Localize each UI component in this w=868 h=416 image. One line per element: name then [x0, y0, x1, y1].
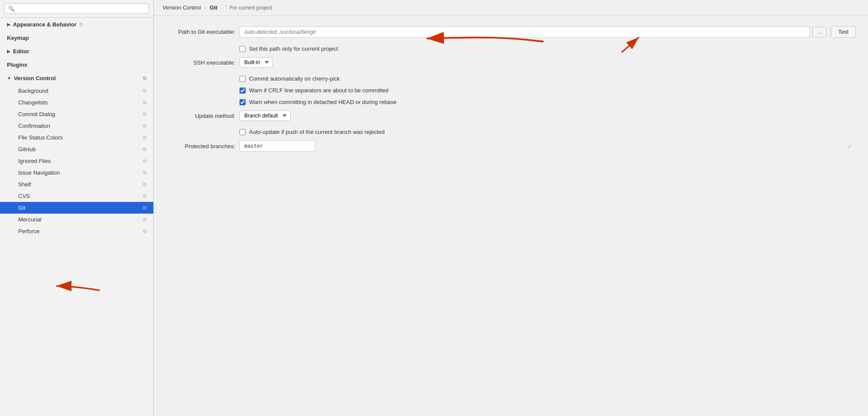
auto-update-row: Auto-update if push of the current branc…: [166, 129, 856, 135]
sidebar-item-shelf[interactable]: Shelf ⧉: [0, 179, 153, 190]
path-input-wrap: ...: [240, 26, 826, 38]
path-label: Path to Git executable:: [166, 29, 235, 35]
sidebar-item-git[interactable]: Git ⧉: [0, 202, 153, 214]
auto-update-label: Auto-update if push of the current branc…: [249, 129, 385, 135]
copy-icon: ⧉: [79, 22, 85, 28]
warn-detached-checkbox[interactable]: [240, 99, 246, 105]
detached-head-row: Warn when committing in detached HEAD or…: [166, 99, 856, 105]
sidebar-item-label: Mercurial: [18, 216, 41, 223]
breadcrumb-current: Git: [210, 4, 217, 11]
warn-crlf-label: Warn if CRLF line separators are about t…: [249, 87, 389, 94]
settings-content: Path to Git executable: ... Test Set thi…: [154, 16, 868, 416]
settings-sidebar: ▶ Appearance & Behavior ⧉ Keymap ▶ Edito…: [0, 0, 154, 416]
path-input[interactable]: [240, 26, 810, 38]
sidebar-item-commit-dialog[interactable]: Commit Dialog ⧉: [0, 108, 153, 120]
sidebar-item-label: Shelf: [18, 181, 31, 188]
sidebar-item-label: Git: [18, 205, 26, 211]
breadcrumb-project: 📄 For current project: [221, 5, 272, 11]
sidebar-item-changelists[interactable]: Changelists ⧉: [0, 97, 153, 108]
sidebar-item-file-status-colors[interactable]: File Status Colors ⧉: [0, 132, 153, 143]
copy-icon: ⧉: [143, 158, 146, 164]
sidebar-item-label: Appearance & Behavior: [13, 21, 77, 28]
project-icon: 📄: [221, 5, 227, 11]
browse-button[interactable]: ...: [813, 27, 826, 37]
protected-branches-input[interactable]: [240, 140, 315, 152]
copy-icon: ⧉: [143, 123, 146, 129]
sidebar-item-label: Commit Dialog: [18, 111, 55, 117]
copy-icon: ⧉: [143, 75, 146, 81]
cherry-pick-label: Commit automatically on cherry-pick: [249, 75, 340, 82]
copy-icon: ⧉: [143, 100, 146, 105]
copy-icon: ⧉: [143, 182, 146, 187]
sidebar-item-plugins[interactable]: Plugins: [0, 58, 153, 72]
copy-icon: ⧉: [143, 193, 146, 199]
copy-icon: ⧉: [143, 111, 146, 117]
sidebar-item-label: Background: [18, 88, 48, 94]
sidebar-item-confirmation[interactable]: Confirmation ⧉: [0, 120, 153, 132]
breadcrumb-separator: ›: [204, 5, 206, 11]
sidebar-item-mercurial[interactable]: Mercurial ⧉: [0, 214, 153, 225]
protected-branches-label: Protected branches:: [166, 143, 235, 150]
sidebar-item-background[interactable]: Background ⧉: [0, 85, 153, 97]
sidebar-item-github[interactable]: GitHub ⧉: [0, 143, 153, 155]
sidebar-item-version-control[interactable]: ▼ Version Control ⧉: [0, 72, 153, 85]
sidebar-item-label: Issue Navigation: [18, 169, 60, 176]
crlf-row: Warn if CRLF line separators are about t…: [166, 87, 856, 94]
protected-branches-row: Protected branches: ⤢: [166, 140, 856, 152]
ssh-row: SSH executable: Built-in Native: [166, 57, 856, 68]
sidebar-item-label: GitHub: [18, 146, 36, 153]
sidebar-item-perforce[interactable]: Perforce ⧉: [0, 225, 153, 237]
search-input[interactable]: [4, 3, 149, 14]
copy-icon: ⧉: [143, 170, 146, 176]
sidebar-item-label: File Status Colors: [18, 134, 63, 141]
sidebar-item-label: Keymap: [7, 35, 29, 41]
update-method-row: Update method: Branch default Merge Reba…: [166, 110, 856, 121]
warn-crlf-checkbox[interactable]: [240, 88, 246, 94]
expand-arrow-icon: ▶: [7, 49, 10, 54]
copy-icon: ⧉: [143, 135, 146, 140]
update-method-select[interactable]: Branch default Merge Rebase: [240, 110, 291, 121]
update-method-label: Update method:: [166, 113, 235, 119]
sidebar-item-label: Changelists: [18, 99, 48, 106]
search-bar[interactable]: [0, 0, 153, 18]
ssh-select[interactable]: Built-in Native: [240, 57, 273, 68]
warn-detached-label: Warn when committing in detached HEAD or…: [249, 99, 397, 105]
expand-arrow-icon: ▶: [7, 22, 10, 27]
auto-update-checkbox[interactable]: [240, 129, 246, 135]
sidebar-item-label: Confirmation: [18, 123, 50, 129]
breadcrumb: Version Control › Git 📄 For current proj…: [154, 0, 868, 16]
set-path-checkbox[interactable]: [240, 46, 246, 52]
sidebar-item-cvs[interactable]: CVS ⧉: [0, 190, 153, 202]
copy-icon: ⧉: [143, 228, 146, 234]
sidebar-item-ignored-files[interactable]: Ignored Files ⧉: [0, 155, 153, 167]
sidebar-item-editor[interactable]: ▶ Editor: [0, 45, 153, 58]
cherry-pick-row: Commit automatically on cherry-pick: [166, 75, 856, 82]
sidebar-item-label: Editor: [13, 48, 29, 55]
copy-icon: ⧉: [143, 88, 146, 94]
project-label: For current project: [230, 5, 272, 11]
protected-branches-wrap: ⤢: [240, 140, 856, 152]
sidebar-item-label: Version Control: [14, 75, 56, 81]
breadcrumb-parent: Version Control: [162, 4, 201, 11]
ssh-label: SSH executable:: [166, 59, 235, 66]
copy-icon: ⧉: [143, 146, 146, 152]
copy-icon: ⧉: [143, 217, 146, 222]
main-content: Version Control › Git 📄 For current proj…: [154, 0, 868, 416]
sidebar-item-appearance[interactable]: ▶ Appearance & Behavior ⧉: [0, 18, 153, 31]
copy-icon: ⧉: [143, 205, 146, 211]
set-path-label: Set this path only for current project: [249, 46, 338, 52]
expand-icon: ⤢: [848, 143, 852, 149]
sidebar-item-label: CVS: [18, 193, 30, 199]
sidebar-item-label: Perforce: [18, 228, 39, 234]
sidebar-item-issue-navigation[interactable]: Issue Navigation ⧉: [0, 167, 153, 179]
expand-arrow-icon: ▼: [7, 76, 11, 81]
cherry-pick-checkbox[interactable]: [240, 76, 246, 82]
test-button[interactable]: Test: [831, 26, 856, 38]
sidebar-item-label: Plugins: [7, 62, 27, 68]
sidebar-item-keymap[interactable]: Keymap: [0, 31, 153, 45]
sidebar-item-label: Ignored Files: [18, 158, 51, 164]
path-row: Path to Git executable: ... Test: [166, 26, 856, 38]
set-path-row: Set this path only for current project: [166, 46, 856, 52]
